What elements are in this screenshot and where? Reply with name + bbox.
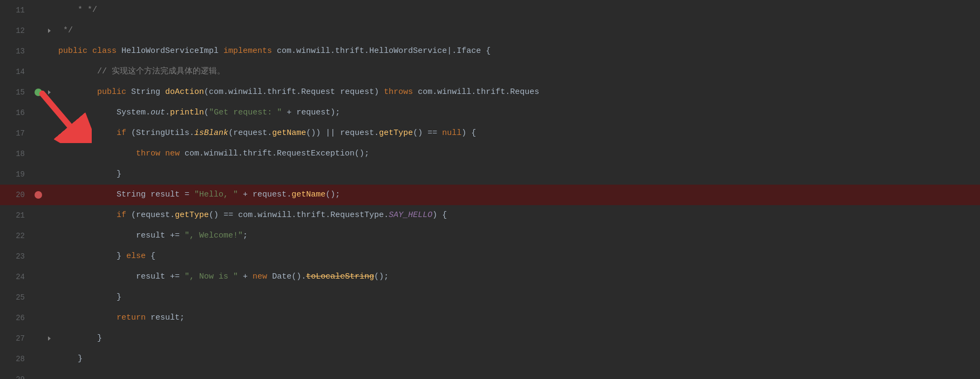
line-number-22: 22 [0,232,32,240]
code-content-26: return result; [54,308,980,328]
line-number-15: 15 [0,88,32,97]
line-number-16: 16 [0,109,32,117]
code-content-27: } [54,328,980,349]
code-content-13: public class HelloWordServiceImpl implem… [54,41,980,62]
line-number-17: 17 [0,129,32,138]
code-line-12: 12 */ [0,21,980,41]
code-content-23: } else { [54,246,980,267]
line-number-20: 20 [0,191,32,199]
code-line-23: 23 } else { [0,246,980,267]
code-line-17: 17 if (StringUtils.isBlank(request.getNa… [0,123,980,144]
line-number-29: 29 [0,375,32,379]
line-number-14: 14 [0,67,32,76]
code-content-12: */ [54,21,980,41]
code-content-21: if (request.getType() == com.winwill.thr… [54,205,980,226]
gutter-15[interactable] [32,89,44,96]
code-line-22: 22 result += ", Welcome!"; [0,226,980,246]
code-line-27: 27 } [0,328,980,349]
code-content-11: * */ [54,0,980,21]
code-line-15: 15 public String doAction(com.winwill.th… [0,82,980,103]
code-line-24: 24 result += ", Now is " + new Date().to… [0,267,980,287]
code-content-24: result += ", Now is " + new Date().toLoc… [54,267,980,287]
code-line-29: 29 [0,369,980,379]
code-line-16: 16 System.out.println("Get request: " + … [0,103,980,123]
fold-27[interactable] [44,336,54,341]
code-content-16: System.out.println("Get request: " + req… [54,103,980,123]
line-number-18: 18 [0,150,32,158]
code-line-18: 18 throw new com.winwill.thrift.RequestE… [0,144,980,164]
code-line-11: 11 * */ [0,0,980,21]
fold-12[interactable] [44,29,54,33]
line-number-13: 13 [0,47,32,56]
code-content-20: String result = "Hello, " + request.getN… [54,185,980,205]
code-content-18: throw new com.winwill.thrift.RequestExce… [54,144,980,164]
code-line-14: 14 // 实现这个方法完成具体的逻辑。 [0,62,980,82]
code-content-17: if (StringUtils.isBlank(request.getName(… [54,123,980,144]
code-line-20: 20 String result = "Hello, " + request.g… [0,185,980,205]
line-number-26: 26 [0,314,32,322]
fold-15[interactable] [44,90,54,94]
code-content-22: result += ", Welcome!"; [54,226,980,246]
code-line-19: 19 } [0,164,980,185]
code-content-19: } [54,164,980,185]
line-number-19: 19 [0,170,32,179]
line-number-24: 24 [0,273,32,281]
line-number-27: 27 [0,334,32,343]
code-line-21: 21 if (request.getType() == com.winwill.… [0,205,980,226]
code-content-28: } [54,349,980,369]
line-number-25: 25 [0,293,32,302]
code-line-13: 13 public class HelloWordServiceImpl imp… [0,41,980,62]
code-line-28: 28 } [0,349,980,369]
line-number-23: 23 [0,252,32,261]
line-number-11: 11 [0,6,32,15]
code-content-14: // 实现这个方法完成具体的逻辑。 [54,62,980,82]
code-content-25: } [54,287,980,308]
gutter-20[interactable] [32,191,44,199]
line-number-21: 21 [0,211,32,220]
code-line-26: 26 return result; [0,308,980,328]
code-content-15: public String doAction(com.winwill.thrif… [54,82,980,103]
code-line-25: 25 } [0,287,980,308]
line-number-28: 28 [0,355,32,363]
line-number-12: 12 [0,26,32,35]
code-editor: 11 * */ 12 */ 13 public class HelloWordS… [0,0,980,379]
